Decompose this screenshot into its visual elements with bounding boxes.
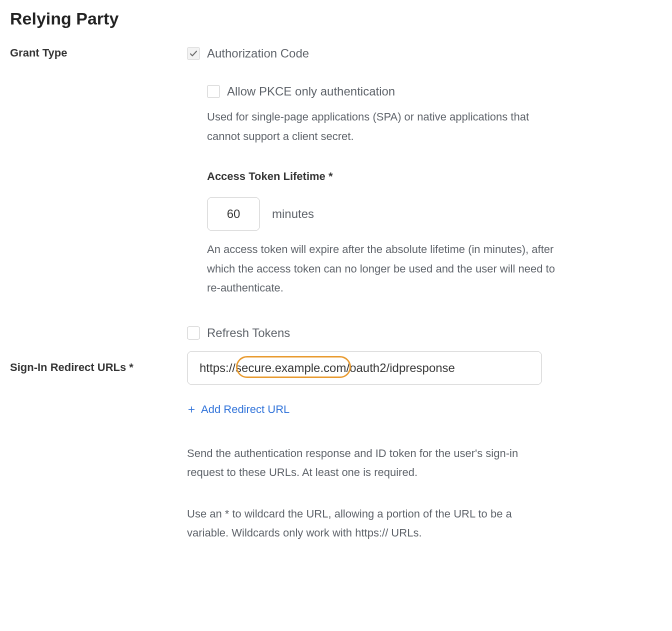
redirect-urls-description: Send the authentication response and ID … <box>187 444 557 543</box>
redirect-url-input[interactable] <box>187 351 542 385</box>
refresh-tokens-checkbox[interactable] <box>187 326 200 340</box>
pkce-block: Allow PKCE only authentication Used for … <box>207 84 557 298</box>
authorization-code-label: Authorization Code <box>207 46 309 60</box>
authorization-code-option[interactable]: Authorization Code <box>187 46 557 60</box>
redirect-urls-desc-2: Use an * to wildcard the URL, allowing a… <box>187 504 542 543</box>
authorization-code-checkbox[interactable] <box>187 47 200 60</box>
redirect-urls-row: Sign-In Redirect URLs * Add Redirect URL… <box>10 351 662 565</box>
access-token-lifetime-help: An access token will expire after the ab… <box>207 240 557 298</box>
redirect-url-field <box>187 351 557 385</box>
access-token-lifetime-label: Access Token Lifetime * <box>207 170 557 183</box>
redirect-urls-desc-1: Send the authentication response and ID … <box>187 444 542 482</box>
refresh-tokens-label: Refresh Tokens <box>207 326 290 340</box>
access-token-lifetime-input[interactable] <box>207 197 260 231</box>
access-token-lifetime-unit: minutes <box>272 207 314 221</box>
pkce-label: Allow PKCE only authentication <box>227 84 395 98</box>
grant-type-label: Grant Type <box>10 46 187 60</box>
check-icon <box>189 49 198 58</box>
add-redirect-url-button[interactable]: Add Redirect URL <box>187 403 290 416</box>
pkce-help-text: Used for single-page applications (SPA) … <box>207 108 557 146</box>
plus-icon <box>187 405 196 414</box>
pkce-option[interactable]: Allow PKCE only authentication <box>207 84 557 98</box>
redirect-urls-label: Sign-In Redirect URLs * <box>10 351 187 374</box>
section-title: Relying Party <box>10 9 662 28</box>
pkce-checkbox[interactable] <box>207 85 220 98</box>
add-redirect-url-label: Add Redirect URL <box>201 403 290 416</box>
grant-type-row: Grant Type Authorization Code Allow PKCE… <box>10 46 662 343</box>
refresh-tokens-option[interactable]: Refresh Tokens <box>187 326 557 340</box>
